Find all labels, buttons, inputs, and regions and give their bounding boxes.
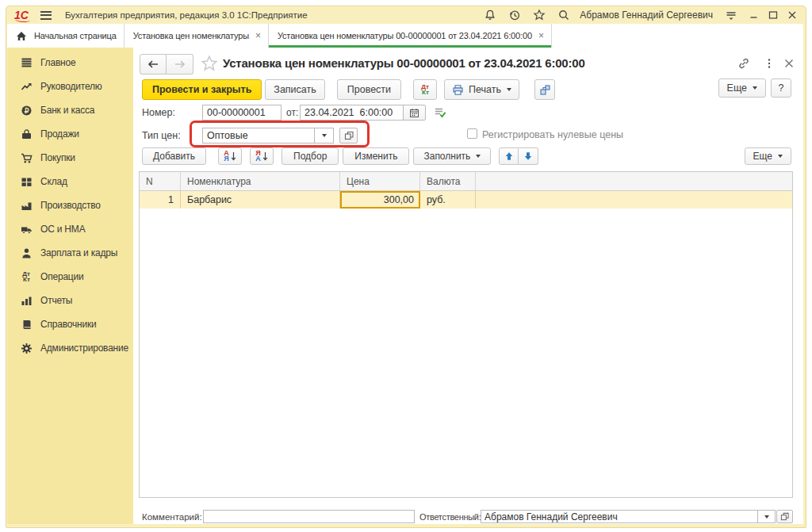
cell-price-selected[interactable]: 300,00 <box>340 191 420 209</box>
history-icon[interactable] <box>508 9 521 22</box>
table-row[interactable]: 1 Барбарис 300,00 руб. <box>140 191 792 209</box>
workspace-frame: Начальная страница Установка цен номенкл… <box>7 24 803 524</box>
move-up-button[interactable] <box>499 147 519 165</box>
fill-button[interactable]: Заполнить <box>413 147 491 165</box>
gear-icon <box>20 342 33 354</box>
register-zero-checkbox[interactable] <box>467 128 477 139</box>
tab-label: Установка цен номенклатуры <box>133 31 249 40</box>
sidebar-item-references[interactable]: Справочники <box>7 312 133 336</box>
edit-button[interactable]: Изменить <box>343 147 409 165</box>
favorites-icon[interactable] <box>532 9 546 22</box>
back-button[interactable] <box>140 54 167 75</box>
help-button[interactable]: ? <box>771 78 791 98</box>
tab-price-setting-doc[interactable]: Установка цен номенклатуры 00-00000001 о… <box>269 24 552 48</box>
person-icon <box>20 247 33 259</box>
date-label: от: <box>286 107 298 118</box>
combo-dropdown-icon[interactable] <box>757 511 775 522</box>
document-form: Установка цен номенклатуры 00-00000001 о… <box>133 48 803 524</box>
form-more-button[interactable]: Еще <box>718 78 766 98</box>
1c-logo: 1С <box>14 7 29 23</box>
svg-text:₽: ₽ <box>24 106 29 114</box>
post-button[interactable]: Провести <box>337 79 401 100</box>
factory-icon <box>20 199 33 212</box>
tab-label: Начальная страница <box>34 31 117 40</box>
post-and-close-button[interactable]: Провести и закрыть <box>142 79 262 100</box>
responsible-label: Ответственный: <box>419 512 481 522</box>
maximize-button[interactable] <box>768 10 779 21</box>
sidebar-item-sales[interactable]: Продажи <box>7 122 133 146</box>
add-row-button[interactable]: Добавить <box>142 147 206 165</box>
move-down-button[interactable] <box>519 147 538 165</box>
date-input[interactable]: 23.04.2021 6:00:00 <box>300 105 404 121</box>
close-tab-icon[interactable]: × <box>538 30 544 41</box>
more-dots-icon[interactable] <box>762 56 776 71</box>
sidebar-item-manager[interactable]: Руководителю <box>7 75 133 98</box>
app-window: 1С Бухгалтерия предприятия, редакция 3.0… <box>6 6 806 528</box>
close-tab-icon[interactable]: × <box>255 30 261 41</box>
sidebar-item-bank[interactable]: ₽ Банк и касса <box>7 98 133 122</box>
trend-icon <box>20 80 33 93</box>
book-icon <box>20 318 33 331</box>
items-table: N Номенклатура Цена Валюта 1 Барбарис 30… <box>139 171 793 498</box>
main-menu-icon[interactable] <box>40 11 52 20</box>
tab-home[interactable]: Начальная страница <box>7 24 124 48</box>
col-n[interactable]: N <box>140 172 181 190</box>
sort-asc-button[interactable]: АЯ <box>218 147 242 165</box>
number-label: Номер: <box>142 107 175 118</box>
responsible-combo[interactable]: Абрамов Геннадий Сергеевич <box>481 510 776 523</box>
dtkt-button[interactable]: ДтКт <box>413 79 437 100</box>
sidebar: Главное Руководителю ₽ Банк и касса Прод… <box>7 48 133 524</box>
user-menu[interactable]: Абрамов Геннадий Сергеевич <box>580 10 713 21</box>
close-form-icon[interactable] <box>782 56 796 71</box>
minimize-button[interactable] <box>749 10 760 21</box>
sidebar-item-warehouse[interactable]: Склад <box>7 170 133 193</box>
table-header: N Номенклатура Цена Валюта <box>140 172 792 191</box>
cart-icon <box>20 151 33 164</box>
cell-nomenclature[interactable]: Барбарис <box>181 191 340 209</box>
tabbar: Начальная страница Установка цен номенкл… <box>7 24 803 48</box>
comment-input[interactable] <box>203 510 415 523</box>
menu-lines-icon <box>20 56 33 69</box>
titlebar: 1С Бухгалтерия предприятия, редакция 3.0… <box>6 6 806 24</box>
sidebar-item-production[interactable]: Производство <box>7 193 133 217</box>
search-icon[interactable] <box>557 9 570 22</box>
set-current-date-icon[interactable] <box>433 105 447 120</box>
form-title: Установка цен номенклатуры 00-00000001 о… <box>223 56 585 70</box>
col-price[interactable]: Цена <box>340 172 420 190</box>
print-button[interactable]: Печать <box>444 79 519 100</box>
forward-button[interactable] <box>167 54 193 75</box>
sidebar-item-salary[interactable]: Зарплата и кадры <box>7 241 133 265</box>
sidebar-item-purchases[interactable]: Покупки <box>7 146 133 170</box>
sidebar-item-administration[interactable]: Администрирование <box>7 336 133 360</box>
sidebar-item-os-nma[interactable]: ОС и НМА <box>7 217 133 241</box>
number-input[interactable]: 00-00000001 <box>202 105 282 121</box>
register-zero-label: Регистрировать нулевые цены <box>482 129 623 140</box>
cell-n[interactable]: 1 <box>140 191 181 209</box>
structure-icon-button[interactable] <box>534 79 555 100</box>
responsible-open-button[interactable] <box>776 510 793 523</box>
sort-desc-button[interactable]: ЯА <box>250 147 274 165</box>
annotation-highlight <box>190 121 370 147</box>
service-menu-icon[interactable] <box>724 9 737 22</box>
save-button[interactable]: Записать <box>265 79 324 100</box>
window-title: Бухгалтерия предприятия, редакция 3.0 1С… <box>65 10 308 20</box>
sidebar-item-reports[interactable]: Отчеты <box>7 289 133 312</box>
pick-button[interactable]: Подбор <box>282 147 339 165</box>
col-nomenclature[interactable]: Номенклатура <box>181 172 340 190</box>
dtkt-icon: ДтКт <box>20 270 33 283</box>
price-type-label: Тип цен: <box>142 130 181 141</box>
close-window-button[interactable] <box>787 10 798 21</box>
calendar-button[interactable] <box>403 105 426 121</box>
sidebar-item-operations[interactable]: ДтКт Операции <box>7 265 133 289</box>
link-icon[interactable] <box>737 56 751 71</box>
table-more-button[interactable]: Еще <box>745 147 791 165</box>
screen: 1С Бухгалтерия предприятия, редакция 3.0… <box>0 0 812 532</box>
sidebar-item-main[interactable]: Главное <box>7 51 133 75</box>
notifications-icon[interactable] <box>483 9 496 22</box>
cell-currency[interactable]: руб. <box>420 191 476 209</box>
tab-price-setting-list[interactable]: Установка цен номенклатуры × <box>124 24 269 48</box>
favorite-star-icon[interactable] <box>201 55 218 72</box>
bag-icon <box>20 128 33 140</box>
col-currency[interactable]: Валюта <box>420 172 476 190</box>
ruble-circle-icon: ₽ <box>20 104 33 117</box>
